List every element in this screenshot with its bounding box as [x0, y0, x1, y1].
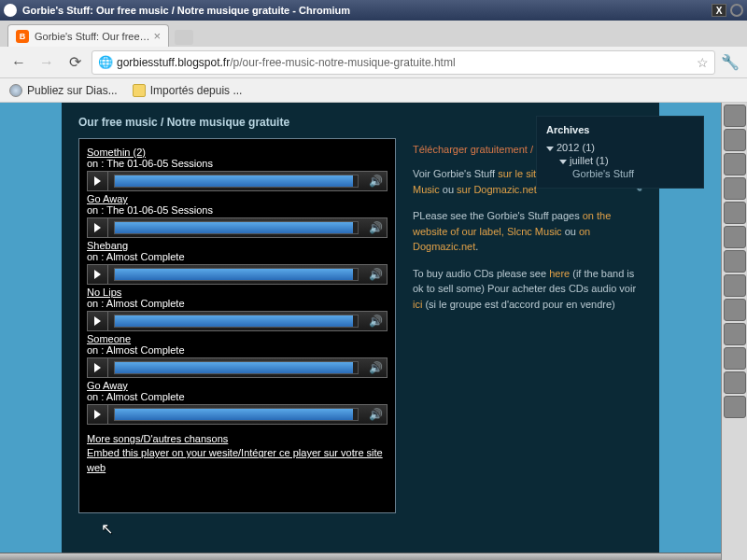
side-paragraph: To buy audio CDs please see here (if the…	[413, 266, 642, 313]
tray-icon[interactable]	[724, 129, 746, 151]
menu-wrench-icon[interactable]: 🔧	[721, 53, 740, 71]
window-titlebar: ◴ Gorbie's Stuff: Our free music / Notre…	[0, 0, 747, 21]
track-album: on : Almost Complete	[87, 391, 388, 402]
embed-player-link[interactable]: Embed this player on your wesite/Intégre…	[87, 446, 388, 475]
audio-player-bar: 🔊	[87, 357, 388, 378]
track-title[interactable]: Somethin (2)	[87, 147, 388, 158]
tray-icon[interactable]	[724, 347, 746, 370]
tray-icon[interactable]	[724, 299, 746, 321]
page-title: Our free music / Notre musique gratuite	[78, 116, 396, 129]
progress-fill	[115, 222, 353, 233]
track: Someoneon : Almost Complete🔊	[87, 333, 388, 378]
tab-close-icon[interactable]: ×	[154, 29, 162, 43]
window-close-button[interactable]: X	[712, 4, 726, 17]
site-info-icon[interactable]: 🌐	[98, 55, 113, 69]
tab-title: Gorbie's Stuff: Our free…	[35, 31, 150, 42]
tray-icon[interactable]	[724, 226, 746, 248]
address-bar[interactable]: 🌐 gorbiesstuff.blogspot.fr/p/our-free-mu…	[92, 50, 715, 75]
bookmark-label: Importés depuis ...	[150, 84, 243, 97]
forward-button[interactable]: →	[35, 51, 58, 74]
progress-slider[interactable]	[114, 175, 359, 188]
buy-cd-link[interactable]: here	[549, 268, 570, 279]
bookmark-star-icon[interactable]: ☆	[697, 55, 709, 70]
side-paragraph: PLease see the Gorbie's Stuff pages on t…	[413, 208, 642, 255]
archive-post-link[interactable]: Gorbie's Stuff	[546, 167, 694, 180]
volume-button[interactable]: 🔊	[364, 408, 387, 421]
track: Somethin (2)on : The 01-06-05 Sessions🔊	[87, 147, 388, 191]
audio-player-bar: 🔊	[87, 217, 388, 238]
play-icon	[94, 316, 101, 326]
volume-button[interactable]: 🔊	[364, 175, 387, 188]
audio-player-bar: 🔊	[87, 311, 388, 331]
track: Go Awayon : Almost Complete🔊	[87, 380, 388, 425]
play-button[interactable]	[88, 172, 108, 190]
page-viewport: Our free music / Notre musique gratuite …	[0, 103, 747, 560]
progress-slider[interactable]	[114, 315, 359, 328]
tray-icon[interactable]	[724, 323, 746, 345]
tray-icon[interactable]	[724, 177, 746, 200]
progress-fill	[115, 409, 353, 420]
dogmazic-link[interactable]: sur Dogmazic.net	[457, 184, 537, 195]
tray-icon[interactable]	[724, 153, 746, 175]
bookmark-item[interactable]: Importés depuis ...	[133, 84, 243, 97]
bookmark-bar: Publiez sur Dias... Importés depuis ...	[0, 78, 747, 103]
tray-icon[interactable]	[724, 250, 746, 273]
play-button[interactable]	[88, 312, 108, 330]
window-title: Gorbie's Stuff: Our free music / Notre m…	[22, 5, 712, 16]
tray-icon[interactable]	[724, 105, 746, 127]
window-menu-icon[interactable]	[730, 4, 743, 17]
play-button[interactable]	[88, 218, 108, 237]
track-album: on : The 01-06-05 Sessions	[87, 158, 388, 169]
track-title[interactable]: No Lips	[87, 287, 388, 298]
bookmark-label: Publiez sur Dias...	[27, 84, 118, 97]
tab-favicon: B	[16, 30, 29, 43]
play-icon	[94, 363, 101, 372]
progress-slider[interactable]	[114, 221, 359, 234]
audio-player-bar: 🔊	[87, 264, 388, 285]
main-column: Our free music / Notre musique gratuite …	[78, 116, 396, 560]
reload-button[interactable]: ⟳	[63, 51, 86, 74]
archive-month[interactable]: juillet (1)	[546, 154, 694, 167]
play-icon	[94, 270, 101, 279]
os-system-tray	[721, 103, 747, 560]
volume-button[interactable]: 🔊	[364, 315, 387, 328]
tab-strip: B Gorbie's Stuff: Our free… ×	[0, 21, 747, 47]
globe-icon	[9, 84, 22, 97]
track-title[interactable]: Shebang	[87, 240, 388, 251]
progress-fill	[115, 362, 353, 373]
track: Shebangon : Almost Complete🔊	[87, 240, 388, 285]
progress-slider[interactable]	[114, 268, 359, 281]
archive-year[interactable]: 2012 (1)	[546, 141, 694, 154]
more-songs-link[interactable]: More songs/D'autres chansons	[87, 432, 388, 446]
bookmark-item[interactable]: Publiez sur Dias...	[9, 84, 118, 97]
archives-widget: Archives 2012 (1) juillet (1) Gorbie's S…	[536, 116, 704, 189]
tray-icon[interactable]	[724, 396, 746, 418]
play-button[interactable]	[88, 265, 108, 284]
volume-button[interactable]: 🔊	[364, 221, 387, 234]
track-title[interactable]: Go Away	[87, 380, 388, 391]
url-text: gorbiesstuff.blogspot.fr/p/our-free-musi…	[117, 56, 693, 69]
track-album: on : Almost Complete	[87, 298, 388, 309]
progress-slider[interactable]	[114, 408, 359, 421]
play-button[interactable]	[88, 358, 108, 377]
progress-slider[interactable]	[114, 361, 359, 374]
new-tab-button[interactable]	[175, 30, 193, 45]
track-title[interactable]: Go Away	[87, 193, 388, 204]
os-taskbar[interactable]	[0, 553, 721, 560]
buy-cd-link-fr[interactable]: ici	[413, 299, 422, 310]
volume-button[interactable]: 🔊	[364, 361, 387, 374]
expand-icon	[546, 147, 554, 151]
tray-icon[interactable]	[724, 371, 746, 394]
track-album: on : Almost Complete	[87, 251, 388, 262]
play-icon	[94, 223, 101, 232]
music-player: Somethin (2)on : The 01-06-05 Sessions🔊G…	[78, 138, 396, 513]
play-button[interactable]	[88, 405, 108, 424]
tray-icon[interactable]	[724, 202, 746, 224]
track-title[interactable]: Someone	[87, 333, 388, 344]
browser-tab[interactable]: B Gorbie's Stuff: Our free… ×	[7, 24, 169, 47]
back-button[interactable]: ←	[7, 51, 30, 74]
tray-icon[interactable]	[724, 274, 746, 297]
volume-button[interactable]: 🔊	[364, 268, 387, 281]
track-album: on : The 01-06-05 Sessions	[87, 204, 388, 216]
window-icon: ◴	[4, 4, 17, 17]
